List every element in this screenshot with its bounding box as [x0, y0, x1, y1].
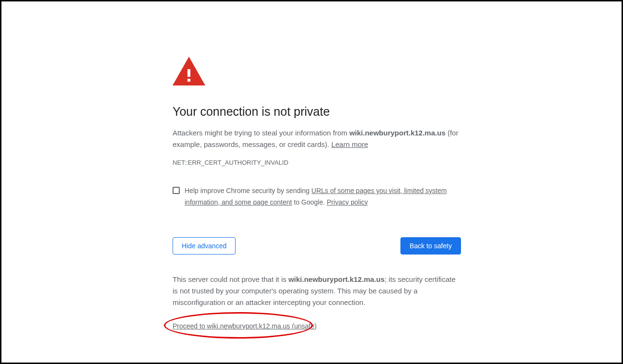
svg-rect-2 — [187, 79, 190, 82]
error-code: NET::ERR_CERT_AUTHORITY_INVALID — [173, 159, 461, 166]
help-improve-text: Help improve Chrome security by sending … — [185, 185, 461, 208]
button-row: Hide advanced Back to safety — [173, 237, 461, 255]
back-to-safety-button[interactable]: Back to safety — [400, 237, 461, 255]
warning-triangle-icon — [173, 57, 461, 85]
advanced-details: This server could not prove that it is w… — [173, 274, 461, 308]
hostname-details: wiki.newburyport.k12.ma.us — [288, 275, 385, 283]
learn-more-link[interactable]: Learn more — [331, 140, 368, 148]
svg-rect-1 — [187, 69, 190, 77]
interstitial-container: Your connection is not private Attackers… — [173, 1, 461, 330]
opt-in-checkbox[interactable] — [173, 187, 180, 194]
proceed-unsafe-link[interactable]: Proceed to wiki.newburyport.k12.ma.us (u… — [173, 322, 317, 330]
privacy-policy-link[interactable]: Privacy policy — [327, 198, 368, 206]
page-heading: Your connection is not private — [173, 105, 461, 119]
hostname: wiki.newburyport.k12.ma.us — [349, 129, 446, 137]
warning-description: Attackers might be trying to steal your … — [173, 127, 461, 150]
help-improve-row: Help improve Chrome security by sending … — [173, 185, 461, 208]
hide-advanced-button[interactable]: Hide advanced — [173, 237, 236, 255]
